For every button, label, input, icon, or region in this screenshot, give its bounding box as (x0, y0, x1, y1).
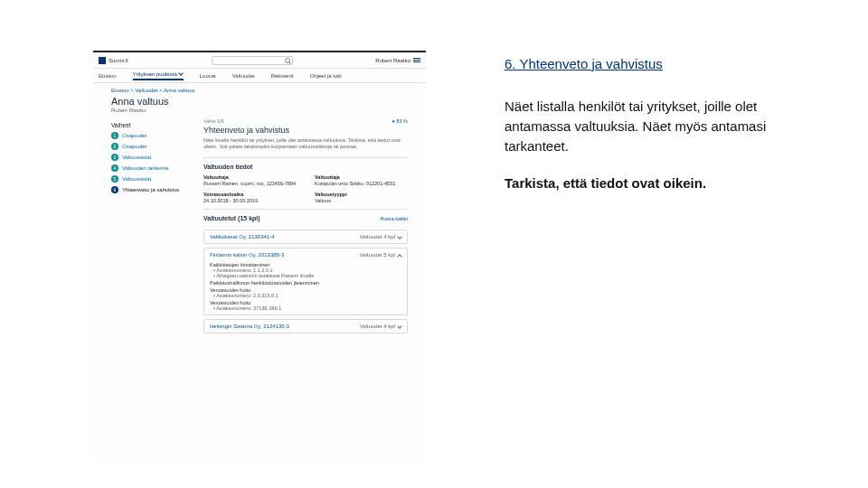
remove-all-link[interactable]: Poista kaikki (380, 216, 408, 221)
grantor-value: Russert Rainen, suomi, ruo, 123456-7894 (203, 181, 297, 186)
page-title: Anna valtuus (93, 96, 426, 107)
perm-detail: • Ahtegaan saetimin asiakkaat Fiskarin i… (213, 273, 401, 278)
search-input[interactable] (212, 56, 293, 65)
page-subtitle: Rubert Raatko (93, 107, 426, 118)
grantor-label: Valtuuttaja (203, 174, 297, 180)
row-badge: Valtuudet 4 kpl (360, 324, 401, 329)
validity-label: Voimassaoloaika (203, 192, 297, 197)
nav-auth[interactable]: Valtuudet (232, 73, 255, 79)
perm-detail: • Asiakasnumero: 3713E.386.1 (213, 305, 401, 311)
sidebar-heading: Vaiheet (111, 122, 194, 128)
step-1[interactable]: 1Osapuolet (111, 132, 194, 139)
screenshot-preview: Suomi.fi Rubert Raatko Etusivu Yrityksen… (93, 51, 426, 466)
step-4[interactable]: 4Valtuuden tarkenne (111, 164, 194, 172)
type-value: Valtuus (315, 198, 408, 203)
breadcrumb[interactable]: Etusivu > Valtuudet > Anna valtuus (93, 83, 426, 96)
perm-detail: • Asiakasnumero: 2.0.315.0.1 (213, 293, 401, 298)
step-3[interactable]: 3Valtuusasiat (111, 154, 194, 161)
row-badge: Valtuudet 4 kpl (360, 234, 401, 239)
search-icon (285, 58, 290, 63)
validity-value: 24.10.2018 - 30.03.2019 (203, 198, 297, 203)
row-name: Valtkokasat Oy, 2130341-4 (210, 234, 275, 239)
section-description: Näet listalla henkilöt tai yritykset, jo… (203, 137, 408, 150)
auth-row[interactable]: Helsingin Satama Oy, 2124135-3 Valtuudet… (203, 319, 408, 333)
chevron-down-icon (398, 235, 401, 239)
divider (203, 157, 408, 158)
nav-home[interactable]: Etusivu (99, 73, 117, 79)
progress-pct: ● 83 % (392, 118, 408, 124)
perm-item: Paikkaushallinnon henkilöstöasioiden jäs… (210, 280, 401, 286)
chevron-up-icon (398, 253, 401, 257)
section-body: Näet listalla henkilöt tai yritykset, jo… (505, 97, 812, 155)
auth-list-heading: Valtuutetut (15 kpl) (203, 215, 260, 221)
type-label: Valtuustyyppi (315, 192, 408, 197)
logo-icon (99, 57, 106, 64)
step-6[interactable]: 6Yhteenveto ja vahvistus (111, 186, 194, 193)
nav-created[interactable]: Luovat (200, 73, 216, 79)
auth-row-expanded[interactable]: Finlannin kalsin Oy, 2013388-3 Valtuudet… (203, 248, 408, 315)
step-indicator: Vaihe 6/6 (203, 118, 224, 124)
grantee-value: Kumpulan unto Sirkku, 012201-4551 (315, 181, 408, 186)
app-header: Suomi.fi Rubert Raatko (93, 52, 426, 69)
details-heading: Valtuuden tiedot (203, 164, 408, 170)
grantee-label: Valtuuttaja (315, 174, 408, 180)
step-sidebar: Vaiheet 1Osapuolet 2Osapuolet 3Valtuusas… (111, 118, 194, 333)
chevron-down-icon (179, 71, 184, 76)
step-5[interactable]: 5Valtuusasiat (111, 175, 194, 183)
section-title: 6. Yhteenveto ja vahvistus (505, 56, 812, 71)
nav-company[interactable]: Yrityksen puolesta (133, 71, 184, 80)
user-name[interactable]: Rubert Raatko (375, 58, 410, 63)
step-2[interactable]: 2Osapuolet (111, 143, 194, 150)
chevron-down-icon (398, 324, 401, 328)
row-name: Helsingin Satama Oy, 2124135-3 (210, 324, 289, 329)
section-heading: Yhteenveto ja vahvistus (203, 126, 408, 135)
divider (203, 209, 408, 210)
brand-text: Suomi.fi (108, 58, 128, 63)
main-nav: Etusivu Yrityksen puolesta Luovat Valtuu… (93, 69, 426, 83)
nav-registers[interactable]: Rekisterit (271, 73, 294, 79)
section-emphasis: Tarkista, että tiedot ovat oikein. (505, 174, 812, 193)
nav-help[interactable]: Ohjeet ja tuki (310, 73, 342, 79)
auth-row[interactable]: Valtkokasat Oy, 2130341-4 Valtuudet 4 kp… (203, 230, 408, 244)
menu-icon[interactable] (413, 58, 420, 62)
brand-logo[interactable]: Suomi.fi (99, 57, 128, 64)
